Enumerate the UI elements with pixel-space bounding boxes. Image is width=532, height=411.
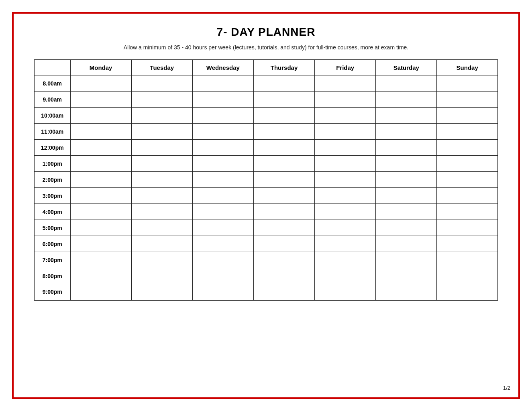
planner-cell[interactable] bbox=[70, 172, 131, 188]
planner-cell[interactable] bbox=[376, 108, 437, 124]
planner-cell[interactable] bbox=[192, 284, 253, 300]
planner-cell[interactable] bbox=[70, 75, 131, 92]
planner-cell[interactable] bbox=[253, 236, 314, 252]
planner-cell[interactable] bbox=[437, 92, 498, 108]
planner-cell[interactable] bbox=[70, 188, 131, 204]
planner-cell[interactable] bbox=[253, 92, 314, 108]
planner-cell[interactable] bbox=[131, 220, 192, 236]
planner-cell[interactable] bbox=[70, 252, 131, 268]
planner-cell[interactable] bbox=[437, 108, 498, 124]
planner-cell[interactable] bbox=[437, 252, 498, 268]
planner-cell[interactable] bbox=[70, 124, 131, 140]
planner-cell[interactable] bbox=[253, 284, 314, 300]
planner-cell[interactable] bbox=[192, 75, 253, 92]
planner-cell[interactable] bbox=[376, 284, 437, 300]
planner-cell[interactable] bbox=[70, 156, 131, 172]
planner-cell[interactable] bbox=[253, 172, 314, 188]
planner-cell[interactable] bbox=[192, 156, 253, 172]
planner-cell[interactable] bbox=[376, 172, 437, 188]
planner-cell[interactable] bbox=[437, 268, 498, 284]
planner-cell[interactable] bbox=[192, 124, 253, 140]
planner-cell[interactable] bbox=[131, 108, 192, 124]
planner-cell[interactable] bbox=[315, 268, 376, 284]
planner-cell[interactable] bbox=[315, 188, 376, 204]
planner-cell[interactable] bbox=[315, 220, 376, 236]
planner-cell[interactable] bbox=[315, 252, 376, 268]
planner-cell[interactable] bbox=[253, 108, 314, 124]
planner-cell[interactable] bbox=[437, 156, 498, 172]
planner-cell[interactable] bbox=[253, 75, 314, 92]
planner-cell[interactable] bbox=[315, 92, 376, 108]
planner-cell[interactable] bbox=[253, 124, 314, 140]
planner-cell[interactable] bbox=[70, 268, 131, 284]
planner-cell[interactable] bbox=[131, 204, 192, 220]
planner-cell[interactable] bbox=[315, 140, 376, 156]
planner-cell[interactable] bbox=[131, 75, 192, 92]
planner-cell[interactable] bbox=[315, 75, 376, 92]
planner-cell[interactable] bbox=[376, 204, 437, 220]
planner-cell[interactable] bbox=[376, 92, 437, 108]
planner-cell[interactable] bbox=[437, 284, 498, 300]
planner-cell[interactable] bbox=[131, 284, 192, 300]
planner-cell[interactable] bbox=[315, 204, 376, 220]
planner-cell[interactable] bbox=[437, 204, 498, 220]
planner-cell[interactable] bbox=[376, 124, 437, 140]
planner-cell[interactable] bbox=[376, 156, 437, 172]
planner-cell[interactable] bbox=[192, 92, 253, 108]
planner-cell[interactable] bbox=[315, 236, 376, 252]
planner-cell[interactable] bbox=[437, 236, 498, 252]
planner-cell[interactable] bbox=[437, 140, 498, 156]
planner-cell[interactable] bbox=[70, 284, 131, 300]
planner-cell[interactable] bbox=[376, 188, 437, 204]
planner-cell[interactable] bbox=[437, 188, 498, 204]
planner-cell[interactable] bbox=[192, 252, 253, 268]
planner-cell[interactable] bbox=[70, 236, 131, 252]
planner-cell[interactable] bbox=[253, 220, 314, 236]
planner-cell[interactable] bbox=[131, 124, 192, 140]
planner-cell[interactable] bbox=[253, 156, 314, 172]
planner-cell[interactable] bbox=[192, 268, 253, 284]
planner-cell[interactable] bbox=[315, 172, 376, 188]
planner-cell[interactable] bbox=[192, 204, 253, 220]
planner-cell[interactable] bbox=[376, 268, 437, 284]
planner-cell[interactable] bbox=[131, 236, 192, 252]
planner-cell[interactable] bbox=[70, 220, 131, 236]
planner-cell[interactable] bbox=[192, 220, 253, 236]
planner-cell[interactable] bbox=[70, 92, 131, 108]
planner-cell[interactable] bbox=[70, 204, 131, 220]
planner-cell[interactable] bbox=[253, 252, 314, 268]
planner-cell[interactable] bbox=[315, 108, 376, 124]
planner-cell[interactable] bbox=[70, 108, 131, 124]
planner-cell[interactable] bbox=[315, 284, 376, 300]
planner-cell[interactable] bbox=[437, 172, 498, 188]
planner-cell[interactable] bbox=[192, 140, 253, 156]
time-label: 2:00pm bbox=[34, 172, 70, 188]
planner-cell[interactable] bbox=[131, 188, 192, 204]
planner-cell[interactable] bbox=[253, 188, 314, 204]
planner-cell[interactable] bbox=[192, 188, 253, 204]
planner-cell[interactable] bbox=[253, 204, 314, 220]
planner-cell[interactable] bbox=[253, 140, 314, 156]
page-title: 7- DAY PLANNER bbox=[217, 26, 316, 39]
planner-cell[interactable] bbox=[131, 156, 192, 172]
planner-cell[interactable] bbox=[437, 75, 498, 92]
planner-cell[interactable] bbox=[131, 252, 192, 268]
planner-cell[interactable] bbox=[376, 236, 437, 252]
planner-cell[interactable] bbox=[376, 220, 437, 236]
planner-cell[interactable] bbox=[131, 92, 192, 108]
planner-cell[interactable] bbox=[131, 268, 192, 284]
planner-cell[interactable] bbox=[192, 172, 253, 188]
planner-cell[interactable] bbox=[376, 252, 437, 268]
planner-cell[interactable] bbox=[437, 124, 498, 140]
planner-cell[interactable] bbox=[192, 108, 253, 124]
planner-cell[interactable] bbox=[376, 140, 437, 156]
planner-cell[interactable] bbox=[315, 124, 376, 140]
planner-cell[interactable] bbox=[315, 156, 376, 172]
planner-cell[interactable] bbox=[253, 268, 314, 284]
planner-cell[interactable] bbox=[437, 220, 498, 236]
planner-cell[interactable] bbox=[192, 236, 253, 252]
planner-cell[interactable] bbox=[131, 140, 192, 156]
planner-cell[interactable] bbox=[70, 140, 131, 156]
planner-cell[interactable] bbox=[131, 172, 192, 188]
planner-cell[interactable] bbox=[376, 75, 437, 92]
